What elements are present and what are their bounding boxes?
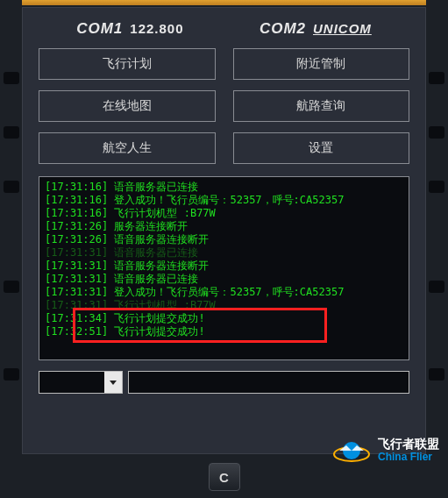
bezel-screw [429, 126, 444, 139]
log-line: [17:32:51] 飞行计划提交成功! [45, 325, 403, 338]
log-line: [17:31:31] 语音服务器连接断开 [45, 260, 403, 273]
flight-plan-button[interactable]: 飞行计划 [39, 48, 216, 80]
aviation-life-button[interactable]: 航空人生 [39, 132, 216, 164]
settings-button[interactable]: 设置 [233, 132, 410, 164]
bezel-screw [4, 368, 19, 381]
nav-button-grid: 飞行计划 附近管制 在线地图 航路查询 航空人生 设置 [39, 48, 409, 164]
nearby-atc-button[interactable]: 附近管制 [233, 48, 410, 80]
com1-value: 122.800 [130, 21, 183, 36]
com1-group: COM1 122.800 [76, 20, 183, 38]
log-line: [17:31:16] 登入成功！飞行员编号：52357，呼号:CA52357 [45, 194, 403, 207]
recipient-combo[interactable] [39, 371, 123, 394]
top-accent-bar [22, 0, 426, 5]
com-row: COM1 122.800 COM2 UNICOM [39, 20, 409, 38]
bezel-screw [429, 72, 444, 84]
bezel-screw [4, 281, 19, 293]
log-line: [17:31:31] 登入成功！飞行员编号：52357，呼号:CA52357 [45, 286, 403, 299]
bezel-screw [4, 72, 19, 84]
com2-group: COM2 UNICOM [260, 20, 372, 38]
bottom-key-row: C [0, 463, 448, 491]
log-line: [17:31:16] 飞行计划机型 :B77W [45, 207, 403, 220]
bezel-screw [429, 368, 444, 381]
bezel-screw [429, 281, 444, 293]
app-frame: COM1 122.800 COM2 UNICOM 飞行计划 附近管制 在线地图 … [0, 0, 448, 498]
chevron-down-icon [110, 381, 117, 385]
log-line: [17:31:31] 语音服务器已连接 [45, 246, 403, 260]
log-line: [17:31:16] 语音服务器已连接 [45, 181, 403, 194]
log-line: [17:31:31] 飞行计划机型 :B77W [45, 299, 403, 312]
recipient-input[interactable] [39, 372, 104, 393]
log-line: [17:31:26] 语音服务器连接断开 [45, 233, 403, 246]
log-line: [17:31:26] 服务器连接断开 [45, 220, 403, 233]
log-line: [17:31:34] 飞行计划提交成功! [45, 312, 403, 325]
bezel-screw [4, 126, 19, 139]
route-query-button[interactable]: 航路查询 [233, 90, 410, 122]
key-c-button[interactable]: C [209, 463, 240, 491]
com2-label: COM2 [260, 20, 306, 38]
online-map-button[interactable]: 在线地图 [39, 90, 216, 122]
com1-label: COM1 [76, 20, 123, 38]
main-panel: COM1 122.800 COM2 UNICOM 飞行计划 附近管制 在线地图 … [22, 7, 426, 454]
message-input[interactable] [128, 371, 409, 394]
log-console: [17:31:16] 语音服务器已连接 [17:31:16] 登入成功！飞行员编… [39, 176, 409, 360]
log-line: [17:31:31] 语音服务器已连接 [45, 273, 403, 286]
bezel-screw [4, 181, 19, 193]
input-row [39, 371, 409, 394]
com2-value: UNICOM [313, 21, 372, 36]
bezel-screw [429, 181, 444, 193]
recipient-dropdown-button[interactable] [104, 372, 122, 393]
